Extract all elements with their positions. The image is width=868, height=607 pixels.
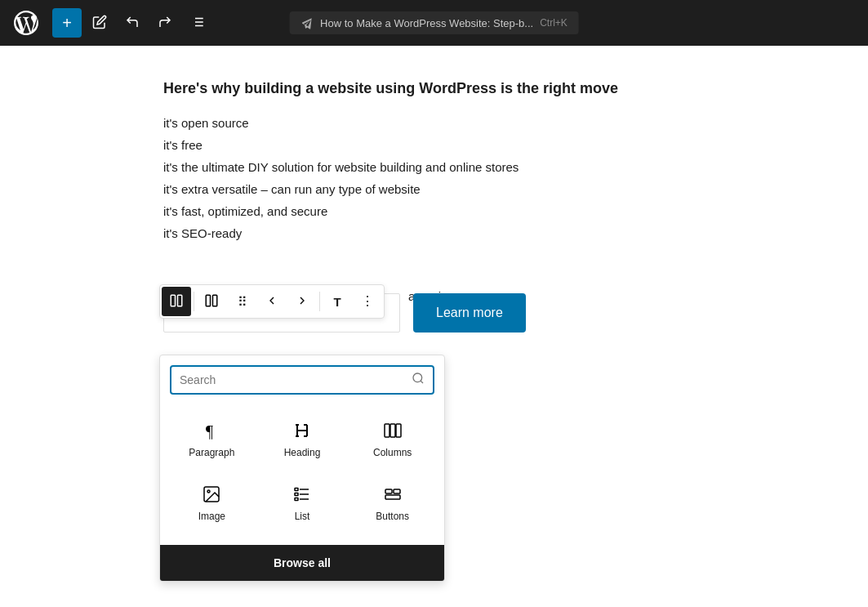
svg-rect-14 xyxy=(390,424,395,437)
paragraph-icon: ¶ xyxy=(202,421,221,440)
svg-rect-26 xyxy=(385,495,400,499)
block-item-columns[interactable]: Columns xyxy=(350,411,434,468)
inserter-search-area xyxy=(160,355,444,404)
list-item: it's fast, optimized, and secure xyxy=(163,200,705,222)
navigate-right-button[interactable] xyxy=(287,287,317,316)
heading-icon xyxy=(292,421,312,440)
list-icon xyxy=(292,484,312,504)
more-options-button[interactable]: ⋮ xyxy=(353,287,382,316)
post-heading: Here's why building a website using Word… xyxy=(163,78,705,99)
document-title: How to Make a WordPress Website: Step-b.… xyxy=(320,17,533,29)
browse-all-button[interactable]: Browse all xyxy=(160,545,444,581)
list-label: List xyxy=(295,511,310,522)
svg-text:¶: ¶ xyxy=(206,422,213,440)
block-item-paragraph[interactable]: ¶ Paragraph xyxy=(170,411,254,468)
keyboard-shortcut: Ctrl+K xyxy=(540,17,568,29)
list-item: it's free xyxy=(163,134,705,156)
undo-button[interactable] xyxy=(118,8,147,38)
heading-label: Heading xyxy=(284,447,321,458)
image-icon xyxy=(202,484,221,504)
svg-rect-15 xyxy=(396,424,401,437)
block-type-button[interactable] xyxy=(162,287,191,316)
toolbar-divider xyxy=(194,292,194,311)
search-icon xyxy=(412,372,425,388)
post-list: it's open source it's free it's the ulti… xyxy=(163,112,705,244)
block-grid: ¶ Paragraph Heading xyxy=(160,404,444,545)
toolbar-center: How to Make a WordPress Website: Step-b.… xyxy=(289,11,579,34)
list-view-button[interactable] xyxy=(183,8,212,38)
svg-rect-22 xyxy=(295,493,298,496)
drag-icon: ⠿ xyxy=(238,294,246,310)
change-block-type-button[interactable] xyxy=(197,287,226,316)
typography-button[interactable]: T xyxy=(323,287,352,316)
wp-logo[interactable] xyxy=(7,0,46,46)
block-inserter-popup: ¶ Paragraph Heading xyxy=(159,355,445,582)
columns-label: Columns xyxy=(373,447,412,458)
edit-mode-button[interactable] xyxy=(85,8,114,38)
list-item: it's SEO-ready xyxy=(163,222,705,244)
svg-line-11 xyxy=(421,381,423,383)
svg-rect-6 xyxy=(171,295,175,306)
search-wrapper xyxy=(170,365,434,395)
pencil-icon xyxy=(92,15,107,32)
chevron-right-icon xyxy=(296,294,309,310)
list-item: it's extra versatile – can run any type … xyxy=(163,178,705,200)
toolbar-divider xyxy=(319,292,320,311)
columns-icon xyxy=(383,421,403,440)
undo-icon xyxy=(125,15,140,32)
list-view-icon xyxy=(190,15,205,32)
image-label: Image xyxy=(198,511,225,522)
block-item-list[interactable]: List xyxy=(260,475,345,532)
two-columns-icon xyxy=(204,293,219,310)
svg-rect-24 xyxy=(385,489,392,493)
paragraph-label: Paragraph xyxy=(189,447,234,458)
add-block-toolbar-button[interactable]: + xyxy=(52,8,82,38)
drag-handle[interactable]: ⠿ xyxy=(227,287,256,316)
svg-rect-23 xyxy=(295,498,298,501)
plus-icon: + xyxy=(62,14,72,33)
svg-point-10 xyxy=(413,373,422,382)
redo-icon xyxy=(158,15,172,32)
navigate-left-button[interactable] xyxy=(257,287,287,316)
buttons-icon xyxy=(383,484,403,504)
chevron-left-icon xyxy=(265,294,278,310)
block-item-buttons[interactable]: Buttons xyxy=(350,475,434,532)
svg-rect-21 xyxy=(295,489,298,491)
svg-rect-9 xyxy=(213,295,217,306)
list-item: it's open source xyxy=(163,112,705,134)
svg-rect-8 xyxy=(206,295,210,306)
list-item: it's the ultimate DIY solution for websi… xyxy=(163,156,705,178)
content-area: Here's why building a website using Word… xyxy=(0,46,868,365)
search-input[interactable] xyxy=(180,373,405,386)
redo-button[interactable] xyxy=(150,8,180,38)
vertical-dots-icon: ⋮ xyxy=(361,295,374,308)
block-toolbar: ⠿ T ⋮ xyxy=(159,284,385,319)
svg-rect-13 xyxy=(385,424,389,437)
buttons-label: Buttons xyxy=(376,511,409,522)
document-title-bar[interactable]: How to Make a WordPress Website: Step-b.… xyxy=(289,11,579,34)
text-icon: T xyxy=(333,295,341,309)
block-item-image[interactable]: Image xyxy=(170,475,254,532)
block-item-heading[interactable]: Heading xyxy=(260,411,345,468)
main-toolbar: + xyxy=(0,0,868,46)
learn-more-button[interactable]: Learn more xyxy=(413,293,526,333)
columns-layout-icon xyxy=(169,293,184,310)
svg-rect-7 xyxy=(178,295,182,306)
svg-rect-25 xyxy=(394,489,400,493)
svg-point-17 xyxy=(207,490,210,493)
